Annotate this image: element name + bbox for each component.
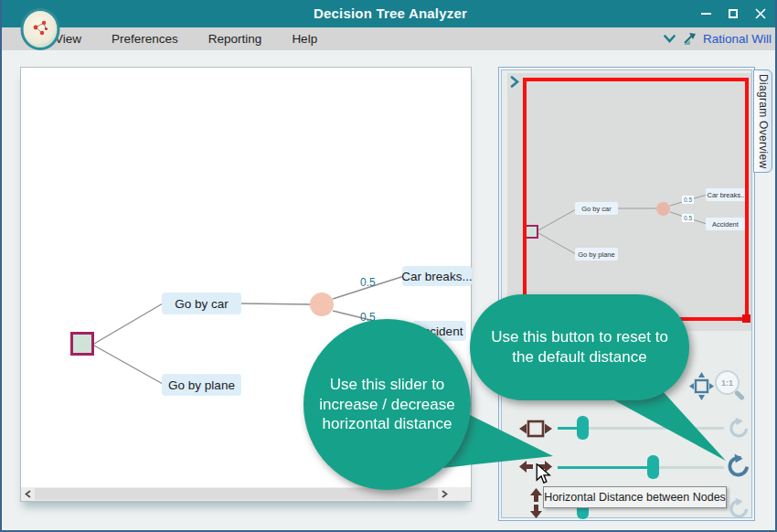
close-button[interactable]	[753, 6, 768, 21]
scroll-left-icon	[25, 490, 31, 498]
outcome-label-car-breaks[interactable]: Car breaks...	[402, 266, 472, 286]
horizontal-distance-slider-thumb[interactable]	[647, 455, 659, 479]
scroll-right-icon	[442, 490, 448, 498]
decision-node[interactable]	[70, 332, 94, 356]
app-window: Decision Tree Analyzer View Preferences …	[0, 0, 777, 532]
panel-expand-icon[interactable]	[510, 76, 520, 88]
reset-node-width-button[interactable]	[728, 417, 750, 439]
slider-tooltip-text: Horizontal Distance between Nodes	[544, 491, 726, 504]
close-icon	[755, 8, 766, 19]
probability-label: 0.5	[360, 276, 376, 289]
menu-preferences[interactable]: Preferences	[112, 32, 178, 46]
tab-diagram-overview[interactable]: Diagram Overview	[753, 69, 772, 173]
branch-label-go-by-car[interactable]: Go by car	[162, 293, 241, 314]
menu-help[interactable]: Help	[292, 32, 317, 46]
reset-vertical-distance-button[interactable]	[728, 497, 750, 519]
callout-reset-text: Use this button to reset to the default …	[486, 327, 674, 367]
scrollbar-thumb[interactable]	[35, 488, 438, 500]
callout-reset-bubble: Use this button to reset to the default …	[470, 294, 689, 400]
app-logo-icon	[20, 8, 60, 50]
horizontal-scrollbar[interactable]	[21, 487, 471, 501]
tab-diagram-overview-label: Diagram Overview	[757, 74, 770, 169]
zoom-1-1-label: 1:1	[721, 378, 733, 388]
callout-slider-bubble: Use this slider to increase / decrease h…	[303, 319, 471, 490]
chance-node[interactable]	[310, 293, 334, 316]
branch-label-go-by-plane[interactable]: Go by plane	[162, 374, 241, 396]
node-width-slider-thumb[interactable]	[577, 416, 589, 440]
vertical-distance-icon	[529, 488, 543, 518]
node-width-icon	[518, 416, 553, 442]
scroll-left-button[interactable]	[21, 487, 35, 501]
zoom-1-1-button[interactable]: 1:1	[715, 370, 740, 395]
maximize-icon	[729, 9, 738, 18]
maximize-button[interactable]	[726, 6, 740, 21]
rational-will-icon	[682, 32, 697, 46]
rational-will-link[interactable]: Rational Will	[703, 32, 772, 46]
slider-tooltip: Horizontal Distance between Nodes	[543, 486, 727, 508]
menu-reporting[interactable]: Reporting	[208, 32, 262, 46]
minimize-icon	[701, 13, 711, 15]
reset-horizontal-distance-button[interactable]	[726, 453, 750, 478]
horizontal-distance-slider[interactable]	[558, 466, 724, 469]
scroll-right-button[interactable]	[438, 487, 452, 501]
minimize-button[interactable]	[698, 6, 713, 21]
menu-bar: View Preferences Reporting Help Rational…	[2, 27, 777, 50]
title-bar: Decision Tree Analyzer	[2, 0, 777, 27]
viewport-rectangle[interactable]	[523, 78, 749, 321]
callout-slider-text: Use this slider to increase / decrease h…	[319, 375, 456, 434]
chevron-down-icon[interactable]	[664, 35, 676, 43]
window-title: Decision Tree Analyzer	[2, 5, 777, 21]
viewport-resize-handle[interactable]	[742, 314, 750, 323]
pan-icon[interactable]	[689, 372, 714, 400]
mouse-cursor-icon	[536, 463, 551, 484]
